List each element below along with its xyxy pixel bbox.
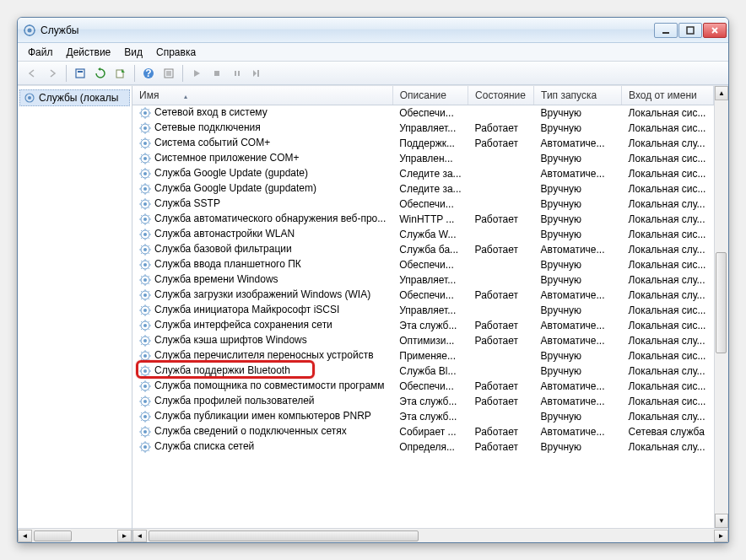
service-name: Служба Google Update (gupdatem) bbox=[154, 182, 316, 194]
svg-line-31 bbox=[141, 109, 143, 110]
svg-line-121 bbox=[141, 245, 143, 247]
refresh-icon[interactable] bbox=[91, 64, 110, 83]
table-row[interactable]: Служба перечислителя переносных устройст… bbox=[132, 348, 714, 363]
service-description: Служба W... bbox=[392, 227, 468, 242]
svg-line-133 bbox=[141, 267, 143, 269]
svg-line-162 bbox=[149, 313, 150, 315]
app-icon bbox=[23, 24, 36, 37]
svg-line-113 bbox=[141, 237, 143, 239]
scroll-right-icon[interactable]: ► bbox=[117, 530, 132, 542]
svg-line-93 bbox=[141, 207, 143, 208]
column-header-startup[interactable]: Тип запуска bbox=[534, 86, 622, 105]
list-vscroll[interactable]: ▲ ▼ bbox=[714, 86, 728, 528]
gear-icon bbox=[139, 441, 151, 453]
tree-root-services[interactable]: Службы (локалы bbox=[19, 89, 130, 106]
export-icon[interactable] bbox=[111, 64, 130, 83]
table-row[interactable]: Служба инициатора Майкрософт iSCSIУправл… bbox=[132, 303, 714, 318]
table-row[interactable]: Служба профилей пользователейЭта служб..… bbox=[132, 394, 714, 409]
minimize-button[interactable] bbox=[654, 23, 678, 38]
menu-file[interactable]: Файл bbox=[21, 45, 60, 60]
column-header-state[interactable]: Состояние bbox=[468, 86, 534, 105]
scroll-left-icon[interactable]: ◄ bbox=[132, 530, 147, 542]
scroll-right-icon[interactable]: ► bbox=[714, 530, 728, 542]
tree-hscroll[interactable]: ◄ ► bbox=[18, 528, 132, 542]
service-description: Следите за... bbox=[392, 181, 468, 197]
table-row[interactable]: Система событий COM+Поддержк...РаботаетА… bbox=[132, 136, 714, 151]
table-row[interactable]: Служба Google Update (gupdatem)Следите з… bbox=[132, 181, 714, 197]
nav-back-icon bbox=[23, 64, 41, 83]
svg-line-213 bbox=[141, 389, 143, 390]
maximize-button[interactable] bbox=[678, 23, 702, 38]
svg-line-111 bbox=[141, 230, 143, 232]
scroll-left-icon[interactable]: ◄ bbox=[18, 530, 32, 542]
column-header-logon[interactable]: Вход от имени bbox=[622, 86, 714, 105]
svg-line-203 bbox=[141, 374, 143, 375]
details-icon[interactable] bbox=[159, 64, 178, 83]
svg-line-221 bbox=[141, 397, 143, 399]
table-row[interactable]: Служба Google Update (gupdate)Следите за… bbox=[132, 166, 714, 181]
service-description: Оптимизи... bbox=[392, 333, 468, 348]
service-startup: Автоматиче... bbox=[534, 242, 622, 257]
svg-line-231 bbox=[141, 412, 143, 414]
table-row[interactable]: Служба публикации имен компьютеров PNRPЭ… bbox=[132, 409, 714, 424]
scroll-down-icon[interactable]: ▼ bbox=[715, 514, 728, 528]
column-header-description[interactable]: Описание bbox=[392, 86, 468, 105]
service-logon: Локальная слу... bbox=[622, 136, 714, 151]
list-vscroll-thumb[interactable] bbox=[716, 252, 727, 353]
table-row[interactable]: Служба времени WindowsУправляет...Вручну… bbox=[132, 272, 714, 288]
service-logon: Локальная сис... bbox=[622, 151, 714, 166]
service-description: Эта служб... bbox=[392, 409, 468, 424]
column-header-name[interactable]: Имя▴ bbox=[132, 86, 392, 105]
close-button[interactable] bbox=[703, 23, 727, 38]
table-row[interactable]: Служба помощника по совместимости програ… bbox=[132, 379, 714, 394]
help-icon[interactable]: ? bbox=[139, 64, 158, 83]
svg-line-41 bbox=[141, 124, 143, 126]
table-row[interactable]: Сетевые подключенияУправляет...РаботаетВ… bbox=[132, 121, 714, 136]
svg-line-131 bbox=[141, 261, 143, 262]
table-row[interactable]: Служба интерфейса сохранения сетиЭта слу… bbox=[132, 318, 714, 333]
table-row[interactable]: Служба автоматического обнаружения веб-п… bbox=[132, 212, 714, 227]
table-row[interactable]: Служба SSTPОбеспечи...ВручнуюЛокальная с… bbox=[132, 197, 714, 212]
gear-icon bbox=[139, 274, 151, 286]
table-row[interactable]: Системное приложение COM+Управлен...Вруч… bbox=[132, 151, 714, 166]
table-row[interactable]: Служба автонастройки WLANСлужба W...Вруч… bbox=[132, 227, 714, 242]
table-row[interactable]: Сетевой вход в системуОбеспечи...Вручную… bbox=[132, 105, 714, 121]
list-hscroll[interactable]: ◄ ► bbox=[132, 528, 728, 542]
titlebar[interactable]: Службы bbox=[18, 18, 728, 43]
table-row[interactable]: Служба сведений о подключенных сетяхСоби… bbox=[132, 424, 714, 439]
table-row[interactable]: Служба поддержки BluetoothСлужба Bl...Вр… bbox=[132, 363, 714, 379]
service-state: Работает bbox=[468, 136, 534, 151]
svg-line-44 bbox=[149, 124, 150, 126]
properties-icon[interactable] bbox=[71, 64, 89, 83]
svg-rect-10 bbox=[76, 69, 84, 78]
list-hscroll-thumb[interactable] bbox=[149, 530, 419, 541]
service-state bbox=[468, 197, 534, 212]
menu-help[interactable]: Справка bbox=[149, 45, 203, 60]
svg-line-253 bbox=[141, 450, 143, 451]
service-state: Работает bbox=[468, 318, 534, 333]
svg-line-32 bbox=[149, 116, 150, 118]
table-row[interactable]: Служба загрузки изображений Windows (WIA… bbox=[132, 288, 714, 303]
service-name: Служба SSTP bbox=[154, 197, 220, 209]
menu-view[interactable]: Вид bbox=[117, 45, 149, 60]
gear-icon bbox=[139, 396, 151, 407]
table-row[interactable]: Служба базовой фильтрацииСлужба ба...Раб… bbox=[132, 242, 714, 257]
service-logon: Локальная сис... bbox=[622, 181, 714, 197]
table-row[interactable]: Служба ввода планшетного ПКОбеспечи...Вр… bbox=[132, 257, 714, 272]
service-description: Управляет... bbox=[392, 121, 468, 136]
service-logon: Локальная сис... bbox=[622, 121, 714, 136]
svg-line-173 bbox=[141, 328, 143, 330]
table-row[interactable]: Служба списка сетейОпределя...РаботаетВр… bbox=[132, 439, 714, 455]
scroll-up-icon[interactable]: ▲ bbox=[715, 86, 728, 100]
gear-icon bbox=[139, 137, 151, 149]
menu-action[interactable]: Действие bbox=[60, 45, 118, 60]
service-description: Управляет... bbox=[392, 272, 468, 288]
gear-icon bbox=[139, 380, 151, 392]
tree-scroll-thumb[interactable] bbox=[34, 530, 72, 541]
table-row[interactable]: Служба кэша шрифтов WindowsОптимизи...Ра… bbox=[132, 333, 714, 348]
svg-line-134 bbox=[149, 261, 150, 262]
service-startup: Вручную bbox=[534, 151, 622, 166]
service-logon: Локальная слу... bbox=[622, 288, 714, 303]
svg-line-211 bbox=[141, 382, 143, 384]
service-description: Управлен... bbox=[392, 151, 468, 166]
